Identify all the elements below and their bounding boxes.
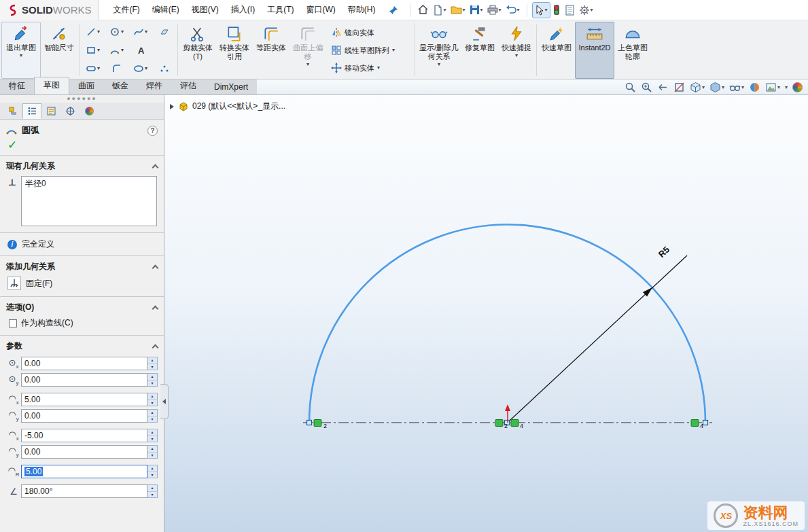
quick-snaps-button[interactable]: 快速捕捉 ▾ [498, 22, 535, 79]
smart-dimension-button[interactable]: 智能尺寸 [41, 22, 77, 79]
relation-badge-icon[interactable] [495, 420, 503, 427]
tab-dimxpert[interactable]: DimXpert [205, 80, 257, 94]
configurationmanager-tab[interactable] [41, 103, 60, 119]
arc-endpoint-right[interactable] [703, 421, 708, 425]
arc-endpoint-left[interactable] [307, 421, 312, 425]
radius-dimension-text[interactable]: R5 [656, 245, 671, 260]
menu-file[interactable]: 文件(F) [107, 1, 146, 18]
shaded-sketch-contours-button[interactable]: 上色草图轮廓 [614, 22, 651, 79]
center-y-input[interactable]: 0.00 [21, 373, 147, 387]
rectangle-tool-button[interactable]: ▾ [81, 41, 105, 60]
arc-tool-button[interactable]: ▾ [105, 41, 128, 60]
help-icon[interactable]: ? [147, 126, 158, 136]
convert-entities-button[interactable]: 转换实体引用 [216, 22, 253, 79]
point-tool-button[interactable] [152, 60, 176, 78]
displaymanager-tab[interactable] [80, 103, 99, 119]
radius-spinner[interactable]: ▴▾ [147, 465, 158, 478]
display-relations-dropdown[interactable]: ▾ [438, 62, 440, 67]
rapid-sketch-button[interactable]: 快速草图 [538, 22, 575, 79]
slot-tool-button[interactable]: ▾ [81, 60, 105, 78]
dimxpertmanager-tab[interactable] [60, 103, 80, 119]
instant2d-button[interactable]: Instant2D [575, 22, 614, 79]
quick-snaps-dropdown[interactable]: ▾ [515, 53, 518, 58]
zoom-area-icon[interactable] [641, 82, 652, 93]
view-settings-dropdown-icon[interactable]: ▾ [785, 84, 788, 90]
end-x-spinner[interactable]: ▴▾ [147, 429, 158, 442]
menu-tools[interactable]: 工具(T) [261, 1, 300, 18]
move-entities-button[interactable]: 移动实体 ▾ [329, 60, 410, 77]
mirror-entities-button[interactable]: 镜向实体 [329, 24, 410, 41]
linear-pattern-dropdown[interactable]: ▾ [392, 48, 395, 53]
new-document-icon[interactable]: ▾ [431, 2, 449, 18]
tab-surfaces[interactable]: 曲面 [69, 78, 103, 94]
arc-entity[interactable] [309, 225, 705, 423]
surface-offset-button[interactable]: 曲面上偏移 ▾ [289, 22, 326, 79]
exit-sketch-button[interactable]: 退出草图 ▾ [1, 22, 41, 79]
circle-tool-button[interactable]: ▾ [105, 23, 128, 41]
tab-features[interactable]: 特征 [0, 78, 34, 94]
plane-tool-button[interactable] [152, 23, 176, 41]
select-cursor-icon[interactable]: ▾ [532, 2, 550, 18]
end-x-input[interactable]: -5.00 [21, 429, 147, 442]
tab-evaluate[interactable]: 评估 [171, 78, 205, 94]
menu-edit[interactable]: 编辑(E) [146, 1, 186, 18]
radius-dimension-leader[interactable] [510, 255, 687, 421]
relation-item[interactable]: 半径0 [25, 178, 153, 190]
end-y-spinner[interactable]: ▴▾ [147, 445, 158, 459]
trim-entities-button[interactable]: 剪裁实体(T) [179, 22, 216, 79]
start-y-input[interactable]: 0.00 [21, 409, 147, 423]
radius-input[interactable]: 5.00 [21, 465, 147, 478]
end-y-input[interactable]: 0.00 [21, 445, 147, 459]
text-tool-button[interactable]: A [128, 41, 152, 60]
move-entities-dropdown[interactable]: ▾ [377, 65, 380, 71]
relation-badge-icon[interactable] [511, 420, 519, 427]
display-delete-relations-button[interactable]: 显示/删除几何关系 ▾ [417, 22, 461, 79]
open-folder-icon[interactable]: ▾ [449, 2, 468, 18]
graphics-viewport[interactable]: 029 (默认<<默认>_显示... R5 2 2 4 4 [164, 95, 808, 532]
start-y-spinner[interactable]: ▴▾ [147, 409, 158, 423]
surface-offset-dropdown[interactable]: ▾ [306, 62, 309, 67]
resources-sphere-icon[interactable] [792, 82, 803, 92]
existing-relations-list[interactable]: 半径0 [21, 176, 157, 226]
panel-splitter-handle[interactable]: ●●●●●● [0, 95, 164, 103]
spline-tool-button[interactable]: ▾ [128, 23, 152, 41]
menu-insert[interactable]: 插入(I) [225, 1, 261, 18]
linear-pattern-button[interactable]: 线性草图阵列 ▾ [329, 42, 410, 59]
construction-checkbox[interactable] [9, 319, 17, 327]
angle-input[interactable]: 180.00° [21, 484, 147, 498]
hide-show-items-icon[interactable]: ▾ [729, 82, 744, 93]
options-gear-icon[interactable]: ▾ [577, 2, 595, 18]
featuremanager-tab[interactable] [3, 103, 22, 119]
menu-window[interactable]: 窗口(W) [300, 1, 342, 18]
sketch-fillet-tool-button[interactable] [105, 60, 128, 78]
line-tool-button[interactable]: ▾ [81, 23, 105, 41]
menu-help[interactable]: 帮助(H) [342, 1, 382, 18]
tree-expand-icon[interactable] [170, 104, 174, 109]
tab-sheet-metal[interactable]: 钣金 [103, 78, 137, 94]
parameters-header[interactable]: 参数 [0, 336, 164, 355]
previous-view-icon[interactable] [657, 82, 669, 93]
relation-badge-icon[interactable] [691, 420, 699, 427]
view-orientation-icon[interactable]: ▾ [690, 82, 705, 93]
zoom-to-fit-icon[interactable] [625, 82, 636, 93]
angle-spinner[interactable]: ▴▾ [147, 484, 158, 498]
fix-relation-button[interactable]: 固定(F) [26, 278, 52, 289]
exit-sketch-dropdown[interactable]: ▾ [20, 53, 22, 58]
edit-appearance-icon[interactable] [749, 82, 760, 93]
undo-icon[interactable]: ▾ [504, 2, 522, 18]
repair-sketch-button[interactable]: 修复草图 [461, 22, 498, 79]
tab-weldments[interactable]: 焊件 [137, 78, 171, 94]
panel-collapse-handle[interactable] [160, 384, 169, 419]
ok-button[interactable]: ✓ [7, 139, 17, 152]
propertymanager-tab[interactable] [22, 103, 41, 119]
start-x-spinner[interactable]: ▴▾ [147, 393, 158, 406]
display-style-icon[interactable]: ▾ [709, 82, 724, 93]
apply-scene-icon[interactable]: ▾ [765, 82, 780, 93]
center-x-spinner[interactable]: ▴▾ [147, 357, 158, 370]
performance-lights-icon[interactable] [550, 2, 563, 18]
ellipse-tool-button[interactable]: ▾ [128, 60, 152, 78]
task-pane-icon[interactable] [563, 2, 577, 18]
offset-entities-button[interactable]: 等距实体 [253, 22, 289, 79]
part-title[interactable]: 029 (默认<<默认>_显示... [192, 101, 285, 112]
print-icon[interactable]: ▾ [485, 2, 504, 18]
